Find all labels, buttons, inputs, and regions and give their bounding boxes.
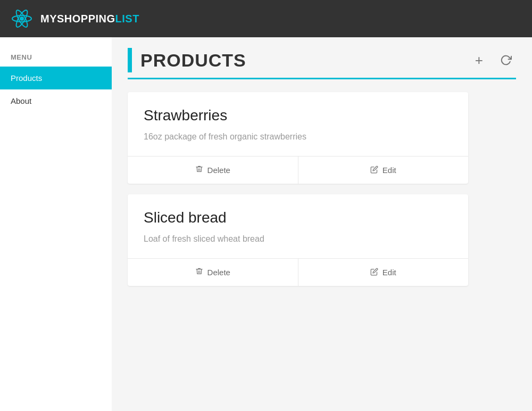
page-title: PRODUCTS [140, 50, 462, 71]
add-product-button[interactable]: + [471, 50, 487, 71]
main-layout: MENU Products About PRODUCTS + Strawber [0, 37, 532, 411]
edit-product-button[interactable]: Edit [298, 259, 469, 286]
sidebar: MENU Products About [0, 37, 112, 411]
delete-label: Delete [207, 268, 230, 277]
trash-icon [195, 267, 203, 277]
edit-icon [370, 166, 378, 175]
product-body: Sliced bread Loaf of fresh sliced wheat … [128, 194, 468, 258]
product-name: Strawberries [144, 107, 452, 124]
page-header: PRODUCTS + [128, 48, 516, 79]
product-card: Sliced bread Loaf of fresh sliced wheat … [128, 194, 468, 286]
app-header: MYSHOPPINGLIST [0, 0, 532, 37]
product-actions: Delete Edit [128, 156, 468, 184]
page-header-accent [128, 48, 132, 72]
product-name: Sliced bread [144, 209, 452, 226]
delete-label: Delete [207, 166, 230, 175]
refresh-button[interactable] [496, 52, 516, 68]
product-actions: Delete Edit [128, 258, 468, 286]
edit-product-button[interactable]: Edit [298, 157, 469, 184]
svg-point-0 [20, 17, 24, 21]
sidebar-menu-label: MENU [0, 53, 112, 67]
app-title: MYSHOPPINGLIST [40, 13, 139, 25]
refresh-icon [500, 54, 512, 66]
edit-label: Edit [383, 166, 396, 175]
delete-product-button[interactable]: Delete [128, 259, 298, 286]
product-card: Strawberries 16oz package of fresh organ… [128, 92, 468, 184]
product-list: Strawberries 16oz package of fresh organ… [128, 92, 516, 286]
edit-label: Edit [383, 268, 396, 277]
main-content: PRODUCTS + Strawberries 16oz package of … [112, 37, 532, 411]
product-body: Strawberries 16oz package of fresh organ… [128, 92, 468, 156]
product-description: 16oz package of fresh organic strawberri… [144, 130, 452, 143]
product-description: Loaf of fresh sliced wheat bread [144, 233, 452, 245]
delete-product-button[interactable]: Delete [128, 157, 298, 184]
sidebar-item-about[interactable]: About [0, 89, 112, 112]
app-logo [11, 7, 33, 30]
sidebar-item-products[interactable]: Products [0, 67, 112, 89]
trash-icon [195, 165, 203, 175]
edit-icon [370, 268, 378, 277]
